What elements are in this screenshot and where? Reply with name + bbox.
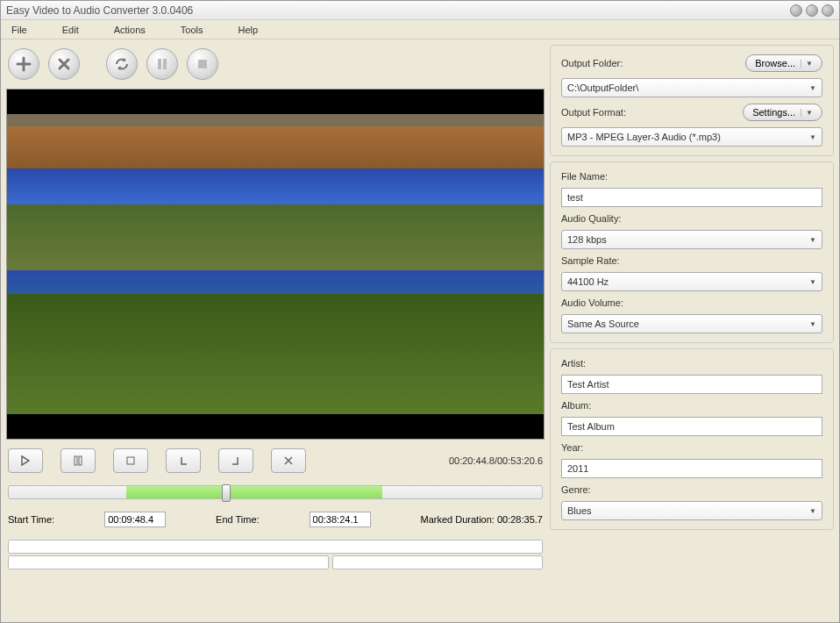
slider-thumb[interactable] [222, 484, 231, 502]
stop-button[interactable] [113, 448, 148, 473]
svg-rect-4 [79, 456, 82, 465]
chevron-down-icon: ▼ [809, 278, 816, 286]
progress-area [6, 536, 545, 573]
x-icon [57, 57, 71, 71]
add-button[interactable] [8, 48, 39, 80]
menu-file[interactable]: File [8, 23, 31, 37]
browse-button[interactable]: Browse... ▼ [745, 54, 822, 72]
playback-controls: 00:20:44.8/00:53:20.6 [6, 445, 545, 476]
svg-rect-5 [127, 457, 134, 464]
window-title: Easy Video to Audio Converter 3.0.0406 [6, 4, 790, 17]
metadata-group: Artist: Album: Year: Genre: Blues ▼ [550, 348, 834, 530]
content: 00:20:44.8/00:53:20.6 Start Time: End Ti… [1, 39, 839, 622]
menu-help[interactable]: Help [234, 23, 261, 37]
slider-range [126, 486, 382, 498]
volume-combo[interactable]: Same As Source ▼ [561, 314, 822, 333]
titlebar: Easy Video to Audio Converter 3.0.0406 [1, 1, 839, 20]
status-progress [332, 555, 543, 569]
chevron-down-icon: ▼ [809, 236, 816, 244]
genre-combo[interactable]: Blues ▼ [561, 501, 822, 520]
chevron-down-icon: ▼ [809, 84, 816, 92]
window-controls [790, 4, 834, 17]
quality-label: Audio Quality: [561, 213, 822, 224]
remove-button[interactable] [48, 48, 80, 80]
year-input[interactable] [561, 459, 822, 478]
video-preview [6, 89, 545, 440]
album-input[interactable] [561, 417, 822, 436]
start-time-input[interactable] [104, 512, 166, 527]
stop-icon [197, 59, 208, 69]
mark-end-button[interactable] [218, 448, 253, 473]
menubar: File Edit Actions Tools Help [1, 20, 839, 39]
artist-input[interactable] [561, 375, 822, 394]
pause-icon [156, 58, 168, 70]
seek-slider[interactable] [8, 485, 543, 499]
quality-combo[interactable]: 128 kbps ▼ [561, 230, 822, 249]
play-button[interactable] [8, 448, 43, 473]
pause-icon [74, 455, 82, 466]
minimize-button[interactable] [790, 4, 802, 17]
app-window: Easy Video to Audio Converter 3.0.0406 F… [0, 0, 840, 623]
x-icon [283, 455, 294, 466]
audio-group: File Name: Audio Quality: 128 kbps ▼ Sam… [550, 161, 834, 343]
chevron-down-icon: ▼ [809, 320, 816, 328]
mark-start-button[interactable] [166, 448, 201, 473]
album-label: Album: [561, 400, 822, 411]
output-folder-label: Output Folder: [561, 58, 623, 68]
chevron-down-icon: ▼ [809, 507, 816, 515]
filename-label: File Name: [561, 171, 822, 182]
refresh-icon [114, 56, 130, 72]
pause-conv-button[interactable] [146, 48, 178, 80]
filename-input[interactable] [561, 188, 822, 207]
bracket-left-icon [178, 455, 189, 466]
close-button[interactable] [822, 4, 834, 17]
genre-label: Genre: [561, 484, 822, 495]
video-frame [7, 114, 544, 414]
settings-button[interactable]: Settings... ▼ [743, 104, 822, 121]
chevron-down-icon: ▼ [801, 60, 813, 68]
menu-actions[interactable]: Actions [110, 23, 149, 37]
left-panel: 00:20:44.8/00:53:20.6 Start Time: End Ti… [6, 45, 545, 617]
pause-button[interactable] [61, 448, 96, 473]
svg-rect-2 [198, 60, 207, 68]
start-time-label: Start Time: [8, 514, 54, 525]
stop-conv-button[interactable] [187, 48, 218, 80]
menu-tools[interactable]: Tools [177, 23, 207, 37]
time-row: Start Time: End Time: Marked Duration: 0… [6, 508, 545, 531]
chevron-down-icon: ▼ [801, 109, 813, 117]
output-group: Output Folder: Browse... ▼ C:\OutputFold… [550, 45, 834, 156]
output-format-label: Output Format: [561, 107, 626, 118]
output-folder-combo[interactable]: C:\OutputFolder\ ▼ [561, 78, 822, 97]
menu-edit[interactable]: Edit [59, 23, 82, 37]
time-display: 00:20:44.8/00:53:20.6 [449, 455, 543, 466]
marked-duration-label: Marked Duration: 00:28:35.7 [421, 514, 543, 525]
overall-progress [8, 540, 543, 554]
output-format-combo[interactable]: MP3 - MPEG Layer-3 Audio (*.mp3) ▼ [561, 127, 822, 147]
samplerate-label: Sample Rate: [561, 255, 822, 266]
year-label: Year: [561, 442, 822, 453]
end-time-input[interactable] [310, 512, 371, 527]
end-time-label: End Time: [216, 514, 260, 525]
artist-label: Artist: [561, 358, 822, 369]
right-panel: Output Folder: Browse... ▼ C:\OutputFold… [550, 45, 834, 617]
svg-rect-0 [158, 59, 161, 69]
toolbar [6, 45, 545, 83]
clear-marks-button[interactable] [271, 448, 306, 473]
svg-rect-3 [75, 456, 77, 465]
samplerate-combo[interactable]: 44100 Hz ▼ [561, 272, 822, 291]
maximize-button[interactable] [806, 4, 818, 17]
chevron-down-icon: ▼ [809, 133, 816, 141]
convert-button[interactable] [106, 48, 138, 80]
plus-icon [16, 56, 32, 72]
bracket-right-icon [231, 455, 241, 466]
volume-label: Audio Volume: [561, 297, 822, 308]
file-progress [8, 555, 329, 569]
svg-rect-1 [163, 59, 167, 69]
play-icon [21, 455, 30, 466]
stop-icon [126, 456, 135, 465]
